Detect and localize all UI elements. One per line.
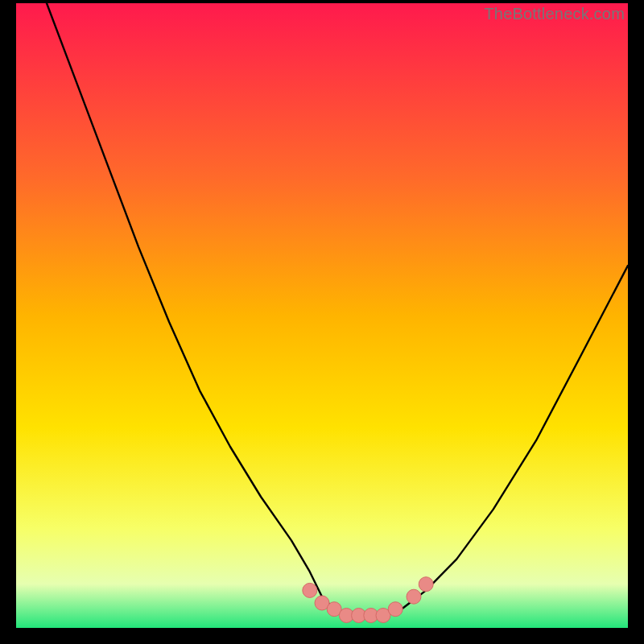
gradient-backdrop (16, 3, 628, 628)
chart-frame (16, 3, 628, 628)
curve-marker (419, 577, 433, 592)
curve-marker (303, 583, 317, 597)
curve-marker (388, 602, 402, 617)
curve-marker (407, 589, 421, 604)
bottleneck-plot (16, 3, 628, 628)
watermark-text: TheBottleneck.com (484, 5, 625, 23)
